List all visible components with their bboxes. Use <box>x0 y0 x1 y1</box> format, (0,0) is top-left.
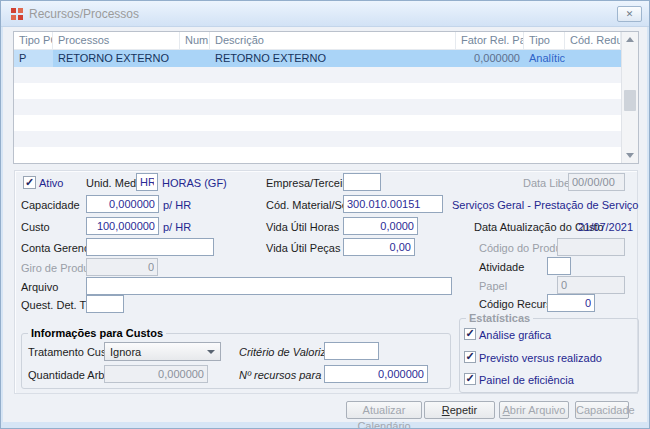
app-logo-icon <box>11 8 23 20</box>
table-empty-row <box>14 115 621 131</box>
table-header-row: Tipo PCP Processos Num. Descrição Fator … <box>14 32 621 50</box>
arquivo-field[interactable] <box>86 277 452 295</box>
column-header-tipo-pcp[interactable]: Tipo PCP <box>14 32 53 49</box>
informacoes-para-custos-title: Informações para Custos <box>28 327 166 339</box>
previsto-versus-realizado-label: Previsto versus realizado <box>479 352 602 365</box>
ativo-label: Ativo <box>39 177 63 190</box>
data-liberacao-field <box>568 173 625 191</box>
table-empty-row <box>14 147 621 163</box>
cell-fator-rel-padrao: 0,000000 <box>456 50 524 67</box>
analise-grafica-checkbox[interactable]: ✓ <box>464 328 476 340</box>
tratamento-custos-select[interactable]: Ignora <box>104 342 221 361</box>
title-bar: Recursos/Processos ✕ <box>1 1 649 27</box>
tratamento-custos-value: Ignora <box>110 346 141 358</box>
vida-util-pecas-label: Vida Útil Peças <box>266 242 340 255</box>
conta-gerencial-field[interactable] <box>86 238 214 256</box>
quantidade-arbitrada-field <box>104 365 208 383</box>
previsto-versus-realizado-checkbox[interactable]: ✓ <box>464 351 476 363</box>
check-icon: ✓ <box>465 373 474 384</box>
table-rows-area: Tipo PCP Processos Num. Descrição Fator … <box>14 32 621 163</box>
painel-de-eficiencia-checkbox[interactable]: ✓ <box>464 373 476 385</box>
unid-medida-desc: HORAS (GF) <box>162 177 227 190</box>
table-row-selected[interactable]: P RETORNO EXTERNO RETORNO EXTERNO 0,0000… <box>14 50 621 67</box>
vertical-scrollbar[interactable] <box>621 32 638 163</box>
processes-table: Tipo PCP Processos Num. Descrição Fator … <box>13 31 639 164</box>
atividade-label: Atividade <box>479 261 524 274</box>
codigo-recurso-field[interactable] <box>547 294 595 312</box>
capacidade-field[interactable] <box>86 195 159 213</box>
arquivo-label: Arquivo <box>21 281 58 294</box>
cell-descricao: RETORNO EXTERNO <box>210 50 456 67</box>
cell-tipo-pcp: P <box>14 50 53 67</box>
papel-field <box>557 276 625 294</box>
empresa-terceiro-field[interactable] <box>343 173 381 191</box>
window-title: Recursos/Processos <box>29 7 139 21</box>
vida-util-horas-label: Vida Útil Horas <box>266 221 339 234</box>
n-recursos-custos-field[interactable] <box>324 365 428 383</box>
cod-material-servico-field[interactable] <box>343 195 443 213</box>
vida-util-pecas-field[interactable] <box>343 238 415 256</box>
quest-det-tec-field[interactable] <box>86 295 124 313</box>
custo-field[interactable] <box>86 217 159 235</box>
scrollbar-thumb[interactable] <box>624 90 636 111</box>
capacidade-unit-label: p/ HR <box>163 199 191 212</box>
atualizar-calendario-button: Atualizar Calendário <box>346 401 422 419</box>
abrir-arquivo-button: Abrir Arquivo <box>499 401 569 419</box>
cell-tipo: Analítico <box>524 50 565 67</box>
cell-cod-reduzido <box>565 50 621 67</box>
custo-label: Custo <box>21 221 50 234</box>
criterio-valorizacao-field[interactable] <box>324 342 379 360</box>
column-header-tipo[interactable]: Tipo <box>524 32 565 49</box>
scroll-down-icon[interactable] <box>622 148 638 163</box>
column-header-descricao[interactable]: Descrição <box>210 32 456 49</box>
atividade-field[interactable] <box>547 257 571 275</box>
cell-num <box>180 50 210 67</box>
repetir-button[interactable]: Repetir <box>424 401 495 419</box>
cell-processos: RETORNO EXTERNO <box>53 50 180 67</box>
check-icon: ✓ <box>25 177 34 188</box>
scroll-up-icon[interactable] <box>622 32 638 47</box>
capacidade-button: Capacidade <box>575 401 629 419</box>
chevron-down-icon <box>207 350 215 354</box>
ativo-checkbox[interactable]: ✓ <box>23 176 36 189</box>
estatisticas-title: Estatísticas <box>466 312 533 324</box>
column-header-fator-rel-padrao[interactable]: Fator Rel. Padrão <box>456 32 524 49</box>
column-header-processos[interactable]: Processos <box>53 32 180 49</box>
papel-label: Papel <box>479 280 507 293</box>
painel-de-eficiencia-label: Painel de eficiência <box>479 374 574 387</box>
table-empty-row <box>14 83 621 99</box>
table-empty-row <box>14 67 621 83</box>
table-empty-row <box>14 99 621 115</box>
column-header-num[interactable]: Num. <box>180 32 210 49</box>
column-header-cod-reduzido[interactable]: Cód. Reduzido <box>565 32 621 49</box>
check-icon: ✓ <box>465 328 474 339</box>
giro-producao-field <box>86 258 158 276</box>
recursos-processos-window: Recursos/Processos ✕ Tipo PCP Processos … <box>0 0 650 429</box>
vida-util-horas-field[interactable] <box>343 217 418 235</box>
custo-unit-label: p/ HR <box>163 221 191 234</box>
table-empty-row <box>14 131 621 147</box>
check-icon: ✓ <box>465 351 474 362</box>
codigo-produto-field <box>557 238 625 256</box>
capacidade-label: Capacidade <box>21 199 80 212</box>
empresa-terceiro-label: Empresa/Terceiro <box>266 177 352 190</box>
unid-medida-field[interactable] <box>136 173 158 191</box>
analise-grafica-label: Análise gráfica <box>479 329 551 342</box>
cod-material-servico-desc: Serviços Geral - Prestação de Serviço <box>452 199 638 212</box>
data-atualizacao-custo-value: 21/07/2021 <box>578 221 633 234</box>
close-icon[interactable]: ✕ <box>617 6 642 22</box>
